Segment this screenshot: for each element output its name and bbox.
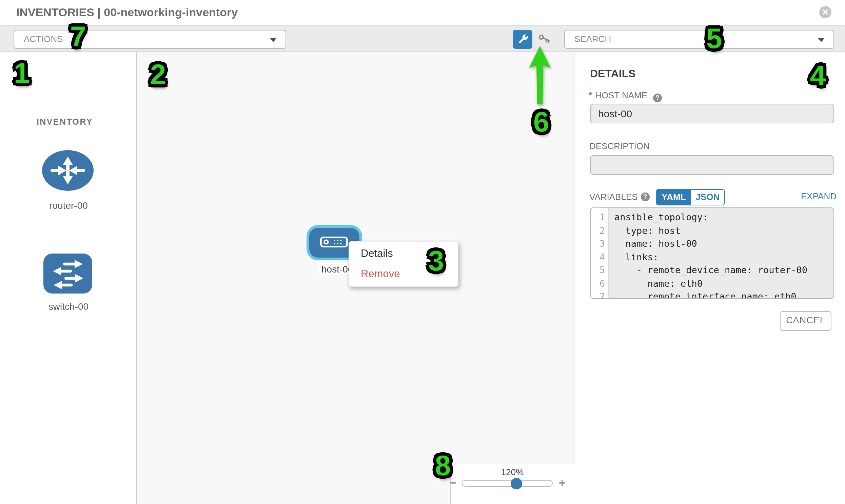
inventory-heading: INVENTORY [37,117,93,127]
annotation-3: 3 [428,245,444,277]
search-placeholder: SEARCH [565,31,833,48]
annotation-1: 1 [14,57,30,89]
zoom-in-button[interactable]: + [556,476,568,490]
code-line: links: [614,251,833,264]
actions-dropdown[interactable]: ACTIONS [14,30,286,49]
chevron-down-icon [818,38,825,42]
annotation-6: 6 [533,106,549,138]
editor-gutter: 1 2 3 4 5 6 7 [591,208,609,298]
zoom-percent: 120% [450,467,575,477]
actions-dropdown-label: ACTIONS [14,31,285,48]
annotation-4: 4 [810,60,826,92]
zoom-slider-handle[interactable] [511,478,522,489]
expand-link[interactable]: EXPAND [801,191,837,201]
variables-code-editor[interactable]: 1 2 3 4 5 6 7 ansible_topology: type: ho… [590,208,834,299]
required-marker: * [589,90,592,100]
app-window: INVENTORIES | 00-networking-inventory ✕ … [0,0,845,504]
inventory-sidebar: INVENTORY router-00 [0,52,137,504]
wrench-icon [516,32,529,49]
description-label: DESCRIPTION [589,141,650,151]
description-input[interactable] [590,155,834,175]
router-node-label: router-00 [0,200,137,211]
page-title: INVENTORIES | 00-networking-inventory [16,0,238,25]
annotation-5: 5 [706,22,722,55]
code-line: name: host-00 [614,237,833,251]
editor-code-area[interactable]: ansible_topology: type: host name: host-… [609,208,833,298]
code-line: type: host [614,224,833,237]
host-name-label-row: * HOST NAME ? [589,89,662,102]
zoom-slider-track[interactable] [462,480,553,487]
code-line: - remote_device_name: router-00 [614,264,833,277]
annotation-arrow-up-icon [528,45,552,107]
host-server-icon [320,236,348,250]
host-name-input[interactable]: host-00 [590,103,834,123]
annotation-7: 7 [70,20,86,53]
details-title: DETAILS [590,68,636,80]
key-icon[interactable] [538,34,551,46]
search-dropdown[interactable]: SEARCH [564,30,834,49]
variables-format-toggle: YAML JSON [656,189,725,205]
annotation-8: 8 [435,449,451,482]
code-line: name: eth0 [614,277,833,290]
switch-node-label: switch-00 [0,301,137,311]
cancel-button[interactable]: CANCEL [780,311,831,330]
annotation-2: 2 [150,58,166,91]
help-icon[interactable]: ? [641,192,650,201]
help-icon[interactable]: ? [653,93,662,102]
code-line: remote_interface_name: eth0 [614,290,833,299]
header-bar: INVENTORIES | 00-networking-inventory ✕ [0,0,845,25]
switch-node-icon[interactable] [43,253,92,293]
tab-json[interactable]: JSON [691,190,724,204]
host-name-label: HOST NAME [595,90,647,100]
tab-yaml[interactable]: YAML [656,190,691,204]
router-node-icon[interactable] [41,149,95,192]
chevron-down-icon [270,38,277,42]
code-line: ansible_topology: [614,211,833,224]
close-icon[interactable]: ✕ [819,6,831,18]
variables-label: VARIABLES [589,192,638,202]
